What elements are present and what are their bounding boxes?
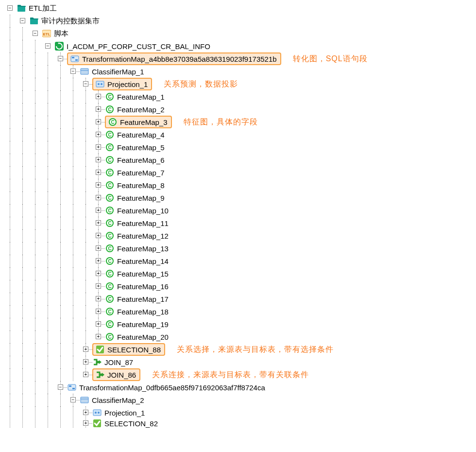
expand-icon[interactable]: +	[96, 106, 101, 112]
expand-icon[interactable]: +	[96, 195, 101, 200]
tree-item-cmap2[interactable]: − ClassifierMap_2	[4, 394, 472, 406]
expand-icon[interactable]: +	[96, 258, 101, 263]
expand-icon[interactable]: +	[96, 271, 101, 276]
tree-label: FeatureMap_8	[116, 181, 166, 190]
tree-item-tmap1[interactable]: − TransformationMap_a4bb8e37039a5a836319…	[4, 52, 472, 65]
tree-item-featuremap[interactable]: +FeatureMap_12	[4, 229, 472, 242]
expand-icon[interactable]: +	[96, 334, 101, 339]
tree-item-cmap1[interactable]: − ClassifierMap_1	[4, 65, 472, 78]
tree-label: FeatureMap_4	[116, 130, 166, 139]
tree-label: 审计内控数据集市	[40, 16, 101, 26]
expand-icon[interactable]: +	[83, 372, 88, 377]
expand-icon[interactable]: +	[96, 233, 101, 238]
expand-icon[interactable]: +	[83, 420, 88, 426]
map-icon	[70, 54, 80, 63]
tree-label: TransformationMap_a4bb8e37039a5a83631902…	[81, 54, 278, 64]
tree-item-join86[interactable]: + JOIN_86 关系连接，来源表与目标表，带有关联条件	[4, 368, 472, 381]
expand-icon[interactable]: +	[96, 132, 101, 137]
tree-item-sel88[interactable]: + SELECTION_88 关系选择，来源表与目标表，带有选择条件	[4, 343, 472, 356]
collapse-icon[interactable]: −	[58, 384, 63, 390]
feature-icon	[105, 193, 115, 202]
tree-item-root[interactable]: − ETL加工	[4, 2, 472, 15]
feature-icon	[105, 206, 115, 215]
tree-item-featuremap[interactable]: +FeatureMap_10	[4, 204, 472, 217]
expand-icon[interactable]: +	[96, 296, 101, 301]
tree-item-featuremap[interactable]: +FeatureMap_5	[4, 141, 472, 154]
tree-item-featuremap[interactable]: +FeatureMap_16	[4, 280, 472, 293]
tree-item-featuremap[interactable]: +FeatureMap_17	[4, 293, 472, 305]
etl-icon	[42, 29, 51, 38]
tree-item-featuremap[interactable]: +FeatureMap_15	[4, 267, 472, 280]
feature-icon	[105, 269, 115, 278]
expand-icon[interactable]: +	[96, 119, 101, 124]
collapse-icon[interactable]: −	[70, 69, 76, 74]
tree-label: Projection_1	[103, 408, 146, 417]
tree-item-featuremap[interactable]: +FeatureMap_3特征图，具体的字段	[4, 116, 472, 128]
expand-icon[interactable]: +	[96, 309, 101, 314]
tree-label: ClassifierMap_1	[90, 67, 146, 76]
expand-icon[interactable]: +	[96, 182, 101, 188]
feature-icon	[105, 257, 115, 265]
tree-item-tmap2[interactable]: − TransformationMap_0dfb665ae85f97169206…	[4, 381, 472, 394]
collapse-icon[interactable]: −	[58, 56, 63, 61]
tree-item-featuremap[interactable]: +FeatureMap_2	[4, 103, 472, 116]
tree-label: Projection_1	[106, 80, 149, 89]
expand-icon[interactable]: +	[96, 283, 101, 289]
tree-view: − ETL加工 − 审计内控数据集市 − 脚本 − I_ACDM_PF_CORP…	[4, 2, 472, 428]
expand-icon[interactable]: +	[96, 170, 101, 175]
tree-item-featuremap[interactable]: +FeatureMap_6	[4, 154, 472, 166]
tree-label: 脚本	[52, 29, 70, 39]
tree-item-featuremap[interactable]: +FeatureMap_13	[4, 242, 472, 255]
feature-icon	[105, 320, 115, 329]
collapse-icon[interactable]: −	[20, 18, 25, 23]
feature-icon	[105, 332, 115, 341]
collapse-icon[interactable]: −	[7, 5, 13, 11]
refresh-icon	[54, 42, 64, 51]
tree-item-featuremap[interactable]: +FeatureMap_9	[4, 191, 472, 204]
expand-icon[interactable]: +	[96, 245, 101, 251]
tree-label: FeatureMap_10	[116, 206, 170, 215]
feature-icon	[105, 295, 115, 303]
collapse-icon[interactable]: −	[45, 43, 51, 49]
tree-label: TransformationMap_0dfb665ae85f971692063a…	[78, 383, 267, 392]
tree-label: FeatureMap_13	[116, 244, 170, 253]
tree-item-proj1[interactable]: − Projection_1 关系预测，数据投影	[4, 78, 472, 90]
expand-icon[interactable]: +	[96, 321, 101, 327]
tree-item-featuremap[interactable]: +FeatureMap_18	[4, 305, 472, 318]
tree-item-job[interactable]: − I_ACDM_PF_CORP_CUST_CR_BAL_INFO	[4, 40, 472, 52]
tree-item-featuremap[interactable]: +FeatureMap_8	[4, 179, 472, 191]
tree-label: JOIN_87	[103, 358, 135, 367]
tree-label: SELECTION_88	[106, 345, 162, 354]
folder-icon	[17, 4, 26, 13]
tree-item-featuremap[interactable]: +FeatureMap_1	[4, 90, 472, 103]
tree-item-featuremap[interactable]: +FeatureMap_20	[4, 330, 472, 343]
tree-item-featuremap[interactable]: +FeatureMap_11	[4, 217, 472, 229]
collapse-icon[interactable]: −	[33, 31, 38, 36]
tree-label: I_ACDM_PF_CORP_CUST_CR_BAL_INFO	[65, 42, 212, 51]
expand-icon[interactable]: +	[96, 157, 101, 162]
expand-icon[interactable]: +	[96, 144, 101, 150]
tree-item-featuremap[interactable]: +FeatureMap_19	[4, 318, 472, 330]
expand-icon[interactable]: +	[96, 220, 101, 226]
tree-item-scripts[interactable]: − 脚本	[4, 27, 472, 40]
expand-icon[interactable]: +	[83, 359, 88, 365]
expand-icon[interactable]: +	[96, 94, 101, 99]
tree-item-join87[interactable]: + JOIN_87	[4, 356, 472, 368]
annotation-proj: 关系预测，数据投影	[164, 79, 238, 89]
annotation-sel: 关系选择，来源表与目标表，带有选择条件	[177, 345, 334, 355]
expand-icon[interactable]: +	[83, 347, 88, 352]
tree-item-sel82[interactable]: + SELECTION_82	[4, 419, 472, 428]
tree-label: ETL加工	[27, 3, 58, 14]
collapse-icon[interactable]: −	[83, 81, 88, 87]
tree-item-featuremap[interactable]: +FeatureMap_4	[4, 128, 472, 141]
tree-label: FeatureMap_7	[116, 168, 166, 177]
tree-item-datamart[interactable]: − 审计内控数据集市	[4, 15, 472, 27]
feature-icon	[105, 244, 115, 253]
collapse-icon[interactable]: −	[70, 397, 76, 402]
expand-icon[interactable]: +	[96, 208, 101, 213]
tree-item-proj2[interactable]: + Projection_1	[4, 406, 472, 419]
tree-item-featuremap[interactable]: +FeatureMap_7	[4, 166, 472, 179]
tree-item-featuremap[interactable]: +FeatureMap_14	[4, 255, 472, 267]
expand-icon[interactable]: +	[83, 410, 88, 415]
feature-icon	[105, 130, 115, 139]
